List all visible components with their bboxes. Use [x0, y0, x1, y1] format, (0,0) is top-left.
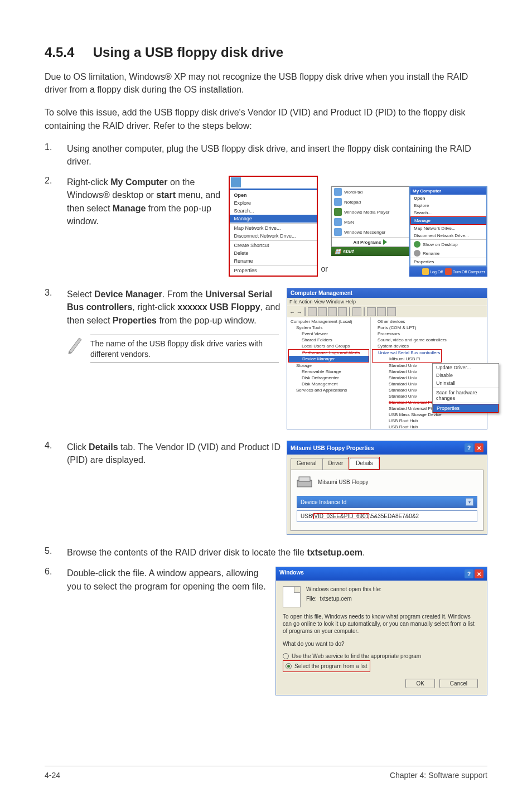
- menu-item-disconnect-network[interactable]: Disconnect Network Drive...: [230, 232, 317, 240]
- menu3-explore[interactable]: Explore: [410, 202, 486, 209]
- toolbar-icon[interactable]: [338, 307, 347, 316]
- toolbar-icon[interactable]: [377, 307, 386, 316]
- ok-button[interactable]: OK: [405, 679, 434, 688]
- menu-item-explore[interactable]: Explore: [230, 199, 317, 207]
- menu-item-manage[interactable]: Manage: [230, 215, 317, 223]
- ctx-uninstall[interactable]: Uninstall: [433, 379, 499, 387]
- devmgr-toolbar: ← →: [287, 306, 487, 317]
- close-button[interactable]: ✕: [475, 443, 483, 452]
- toolbar-icon[interactable]: [308, 307, 317, 316]
- menu-item-create-shortcut[interactable]: Create Shortcut: [230, 241, 317, 249]
- rtree-usb-root2[interactable]: USB Root Hub: [372, 424, 486, 430]
- menu-item-map-network[interactable]: Map Network Drive...: [230, 224, 317, 232]
- menu3-properties[interactable]: Properties: [410, 258, 486, 265]
- menu-item-search[interactable]: Search...: [230, 207, 317, 215]
- wmp-icon: [334, 208, 342, 216]
- menu3-open[interactable]: Open: [410, 195, 486, 202]
- menu3-disconnect-network[interactable]: Disconnect Network Drive...: [410, 232, 486, 239]
- menu3-rename[interactable]: Rename: [410, 249, 486, 258]
- msn-icon: [334, 218, 342, 226]
- tree-perf-logs[interactable]: Performance Logs and Alerts: [289, 350, 369, 356]
- start-item-notepad[interactable]: Notepad: [332, 197, 409, 207]
- tree-root[interactable]: Computer Management (Local): [288, 318, 369, 325]
- step-number: 4.: [45, 441, 67, 466]
- pencil-note-icon: [67, 335, 84, 356]
- tab-general[interactable]: General: [291, 458, 323, 470]
- propdlg-titlebar: Mitsumi USB Floppy Properties ? ✕: [287, 441, 487, 455]
- start-power-bar: Log Off Turn Off Computer: [409, 267, 487, 277]
- start-all-programs[interactable]: All Programs: [332, 238, 409, 247]
- devmgr-left-tree: Computer Management (Local) System Tools…: [287, 317, 371, 429]
- file-label: File:: [306, 596, 317, 602]
- menu-item-open[interactable]: Open: [230, 191, 317, 199]
- tree-device-manager[interactable]: Device Manager: [289, 356, 369, 362]
- start-button[interactable]: 🪟start: [331, 247, 409, 256]
- menu-item-rename[interactable]: Rename: [230, 257, 317, 265]
- rtree-usb-controllers[interactable]: Universal Serial Bus controllers: [373, 350, 441, 356]
- tree-removable-storage[interactable]: Removable Storage: [288, 369, 369, 375]
- tab-details[interactable]: Details: [350, 458, 379, 468]
- menu3-show-desktop[interactable]: Show on Desktop: [410, 240, 486, 249]
- radio-web-service[interactable]: Use the Web service to find the appropri…: [283, 653, 480, 659]
- messenger-icon: [334, 228, 342, 236]
- rtree-sound[interactable]: Sound, video and game controllers: [372, 337, 486, 343]
- note-text: The name of the USB floppy disk drive va…: [90, 335, 279, 364]
- ctx-properties[interactable]: Properties: [433, 404, 498, 412]
- devmgr-menubar[interactable]: File Action View Window Help: [287, 298, 487, 306]
- start-item-wmp[interactable]: Windows Media Player: [332, 207, 409, 217]
- turnoff-button[interactable]: Turn Off Computer: [445, 268, 485, 275]
- start-menu-programs: WordPad Notepad Windows Media Player MSN…: [331, 186, 409, 247]
- ctx-update-driver[interactable]: Update Driver...: [433, 364, 499, 371]
- cancel-button[interactable]: Cancel: [439, 679, 478, 688]
- tree-event-viewer[interactable]: Event Viewer: [288, 331, 369, 337]
- device-id-box: USB\VID_03EE&PID_6901\5&35EDA8E7&0&2: [297, 510, 477, 522]
- step-text: Using another computer, plug the USB flo…: [67, 142, 487, 168]
- menu3-manage[interactable]: Manage: [411, 217, 486, 224]
- help-button[interactable]: ?: [465, 569, 473, 578]
- combo-device-instance[interactable]: Device Instance Id ▾: [297, 496, 477, 508]
- vid-pid-highlight: VID_03EE&PID_6901: [313, 513, 369, 519]
- tree-services[interactable]: Services and Applications: [288, 387, 369, 393]
- ctx-disable[interactable]: Disable: [433, 371, 499, 379]
- start-item-wordpad[interactable]: WordPad: [332, 187, 409, 197]
- toolbar-icon[interactable]: [352, 307, 361, 316]
- tree-shared-folders[interactable]: Shared Folders: [288, 337, 369, 343]
- or-label: or: [321, 264, 328, 277]
- menu3-map-network[interactable]: Map Network Drive...: [410, 225, 486, 232]
- tree-system-tools[interactable]: System Tools: [288, 325, 369, 331]
- logoff-button[interactable]: Log Off: [422, 268, 443, 275]
- menu3-search[interactable]: Search...: [410, 209, 486, 216]
- page-number: 4-24: [45, 771, 60, 780]
- close-button[interactable]: ✕: [475, 569, 483, 578]
- screenshot-device-manager: Computer Management File Action View Win…: [287, 288, 487, 429]
- rtree-mitsumi-usb[interactable]: Mitsumi USB Fl: [389, 356, 420, 361]
- menu-item-delete[interactable]: Delete: [230, 249, 317, 257]
- toolbar-icon[interactable]: [328, 307, 337, 316]
- tab-bar: General Driver Details: [287, 455, 487, 470]
- start-item-msn[interactable]: MSN: [332, 217, 409, 227]
- toolbar-icon[interactable]: [367, 307, 376, 316]
- radio-select-from-list[interactable]: Select the program from a list: [286, 663, 367, 669]
- rtree-other[interactable]: Other devices: [372, 318, 486, 325]
- tree-disk-defrag[interactable]: Disk Defragmenter: [288, 375, 369, 381]
- rtree-ports[interactable]: Ports (COM & LPT): [372, 325, 486, 331]
- toolbar-icon[interactable]: [318, 307, 327, 316]
- tab-driver[interactable]: Driver: [322, 458, 350, 470]
- logoff-icon: [422, 268, 429, 275]
- rtree-sysdev[interactable]: System devices: [372, 343, 486, 349]
- tree-storage[interactable]: Storage: [288, 363, 369, 369]
- start-item-messenger[interactable]: Windows Messenger: [332, 227, 409, 237]
- rtree-usb-root[interactable]: USB Root Hub: [372, 418, 486, 424]
- step-6-row: 6. Double-click the file. A window appea…: [45, 567, 487, 695]
- arrow-right-icon: [383, 239, 387, 245]
- explain-text: To open this file, Windows needs to know…: [283, 613, 480, 635]
- tree-local-users[interactable]: Local Users and Groups: [288, 343, 369, 349]
- ctx-scan[interactable]: Scan for hardware changes: [433, 389, 499, 402]
- tree-disk-mgmt[interactable]: Disk Management: [288, 381, 369, 387]
- rtree-proc[interactable]: Processors: [372, 331, 486, 337]
- step-number: 6.: [45, 567, 67, 592]
- screenshot-windows-dialog: Windows ? ✕ Windows cannot open this fil…: [275, 567, 487, 695]
- menu-item-properties[interactable]: Properties: [230, 267, 317, 274]
- help-button[interactable]: ?: [465, 443, 473, 452]
- toolbar-icon[interactable]: [387, 307, 396, 316]
